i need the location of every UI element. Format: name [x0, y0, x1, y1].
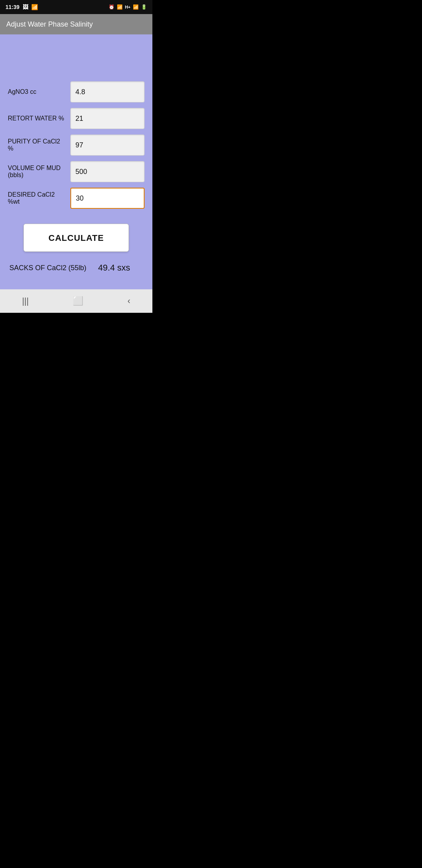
- purity-cacl2-row: PURITY OF CaCl2 %: [8, 135, 145, 156]
- app-bar: Adjust Water Phase Salinity: [0, 14, 152, 34]
- recent-apps-button[interactable]: |||: [13, 293, 38, 309]
- nav-bar: ||| ⬜ ‹: [0, 289, 152, 313]
- back-button[interactable]: ‹: [118, 293, 139, 309]
- result-value: 49.4 sxs: [98, 263, 130, 273]
- desired-cacl2-row: DESIRED CaCl2 %wt: [8, 188, 145, 209]
- result-label: SACKS OF CaCl2 (55lb): [9, 264, 86, 272]
- result-row: SACKS OF CaCl2 (55lb) 49.4 sxs: [8, 263, 145, 273]
- calculate-button[interactable]: CALCULATE: [23, 224, 129, 252]
- time-display: 11:39: [5, 4, 20, 10]
- battery-icon: 🔋: [141, 4, 147, 10]
- purity-cacl2-input[interactable]: [70, 135, 145, 156]
- data-icon: H+: [125, 5, 131, 9]
- volume-mud-input[interactable]: [70, 161, 145, 182]
- desired-cacl2-input[interactable]: [70, 188, 145, 209]
- status-bar: 11:39 🖼 📶 ⏰ 📶 H+ 📶 🔋: [0, 0, 152, 14]
- status-right: ⏰ 📶 H+ 📶 🔋: [109, 4, 147, 10]
- volume-mud-row: VOLUME OF MUD (bbls): [8, 161, 145, 182]
- alarm-icon: ⏰: [109, 4, 114, 10]
- home-button[interactable]: ⬜: [63, 293, 93, 309]
- volume-mud-label: VOLUME OF MUD (bbls): [8, 165, 70, 179]
- wifi-icon: 📶: [31, 4, 38, 10]
- app-title: Adjust Water Phase Salinity: [6, 20, 93, 29]
- agno3-label: AgNO3 cc: [8, 88, 70, 95]
- purity-cacl2-label: PURITY OF CaCl2 %: [8, 138, 70, 152]
- desired-cacl2-label: DESIRED CaCl2 %wt: [8, 191, 70, 205]
- signal2-icon: 📶: [133, 4, 139, 10]
- top-spacer: [8, 50, 145, 81]
- retort-water-row: RETORT WATER %: [8, 108, 145, 129]
- retort-water-input[interactable]: [70, 108, 145, 129]
- retort-water-label: RETORT WATER %: [8, 115, 70, 122]
- agno3-row: AgNO3 cc: [8, 81, 145, 102]
- status-left: 11:39 🖼 📶: [5, 4, 38, 10]
- main-content: AgNO3 cc RETORT WATER % PURITY OF CaCl2 …: [0, 34, 152, 289]
- signal-icon: 📶: [117, 4, 123, 10]
- agno3-input[interactable]: [70, 81, 145, 102]
- photo-icon: 🖼: [23, 4, 28, 10]
